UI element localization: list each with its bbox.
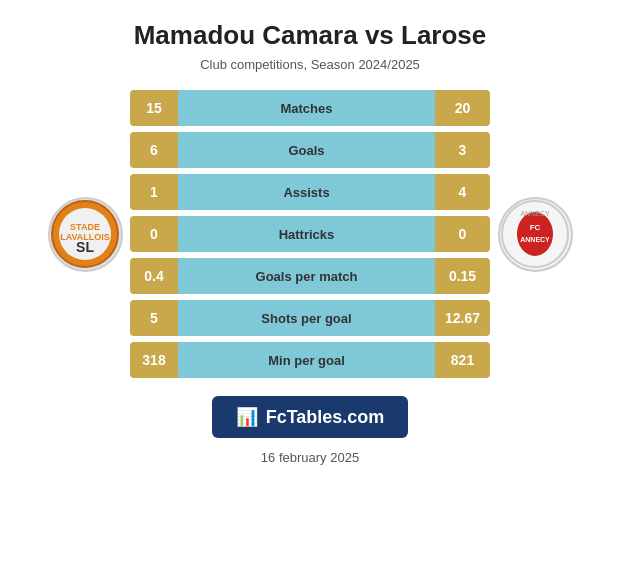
fctables-banner: 📊 FcTables.com xyxy=(212,396,409,438)
stat-row: 1Assists4 xyxy=(130,174,490,210)
stat-row: 5Shots per goal12.67 xyxy=(130,300,490,336)
stat-left-value: 0.4 xyxy=(130,268,178,284)
svg-text:FC: FC xyxy=(530,223,541,232)
stat-left-value: 318 xyxy=(130,352,178,368)
stat-right-value: 12.67 xyxy=(435,310,490,326)
lavallois-svg: STADE LAVALLOIS SL xyxy=(51,200,119,268)
stat-left-value: 0 xyxy=(130,226,178,242)
match-subtitle: Club competitions, Season 2024/2025 xyxy=(200,57,420,72)
stat-right-value: 821 xyxy=(435,352,490,368)
match-title: Mamadou Camara vs Larose xyxy=(134,20,487,51)
annecy-logo: FC ANNECY ANNECY xyxy=(498,197,573,272)
logo-left: STADE LAVALLOIS SL xyxy=(40,197,130,272)
stat-right-value: 4 xyxy=(435,184,490,200)
stat-label: Goals xyxy=(178,132,435,168)
stat-right-value: 0 xyxy=(435,226,490,242)
stat-label: Shots per goal xyxy=(178,300,435,336)
svg-point-6 xyxy=(517,212,553,256)
fctables-text: FcTables.com xyxy=(266,407,385,428)
stat-label: Min per goal xyxy=(178,342,435,378)
stats-rows: 15Matches206Goals31Assists40Hattricks00.… xyxy=(130,90,490,378)
lavallois-logo: STADE LAVALLOIS SL xyxy=(48,197,123,272)
stat-label: Hattricks xyxy=(178,216,435,252)
stat-right-value: 0.15 xyxy=(435,268,490,284)
stat-row: 318Min per goal821 xyxy=(130,342,490,378)
stat-left-value: 15 xyxy=(130,100,178,116)
stat-row: 6Goals3 xyxy=(130,132,490,168)
stat-row: 0Hattricks0 xyxy=(130,216,490,252)
stat-left-value: 1 xyxy=(130,184,178,200)
stat-label: Goals per match xyxy=(178,258,435,294)
fctables-icon: 📊 xyxy=(236,406,258,428)
stat-right-value: 20 xyxy=(435,100,490,116)
stat-right-value: 3 xyxy=(435,142,490,158)
main-container: Mamadou Camara vs Larose Club competitio… xyxy=(0,0,620,580)
logo-right: FC ANNECY ANNECY xyxy=(490,197,580,272)
svg-text:ANNECY: ANNECY xyxy=(520,236,550,243)
stat-label: Assists xyxy=(178,174,435,210)
stats-area: STADE LAVALLOIS SL 15Matches206Goals31As… xyxy=(10,90,610,378)
stat-left-value: 6 xyxy=(130,142,178,158)
svg-text:STADE: STADE xyxy=(70,222,100,232)
date-footer: 16 february 2025 xyxy=(261,450,359,465)
stat-row: 15Matches20 xyxy=(130,90,490,126)
svg-text:SL: SL xyxy=(76,239,94,255)
stat-label: Matches xyxy=(178,90,435,126)
svg-text:ANNECY: ANNECY xyxy=(520,210,550,217)
stat-left-value: 5 xyxy=(130,310,178,326)
stat-row: 0.4Goals per match0.15 xyxy=(130,258,490,294)
annecy-svg: FC ANNECY ANNECY xyxy=(501,200,569,268)
